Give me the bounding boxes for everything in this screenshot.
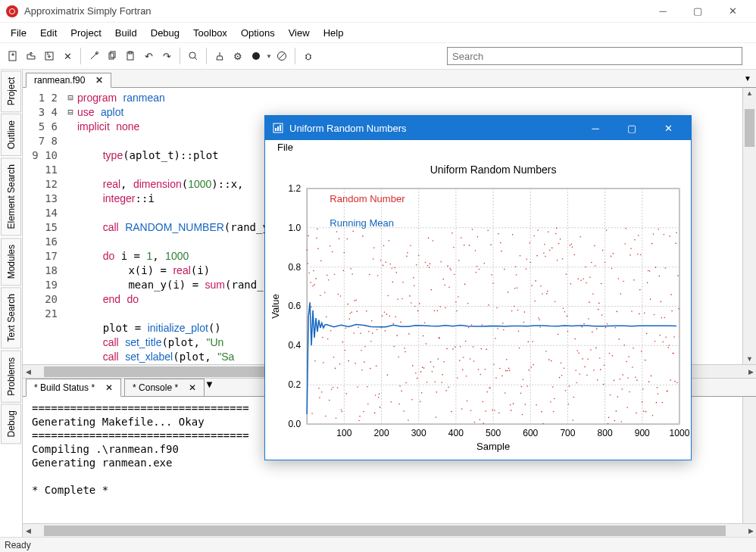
- plot-titlebar[interactable]: Uniform Random Numbers ─ ▢ ✕: [265, 116, 691, 140]
- fold-gutter[interactable]: ⊟ ⊟: [64, 88, 77, 364]
- menu-project[interactable]: Project: [64, 25, 107, 41]
- svg-point-292: [476, 272, 477, 273]
- paste-icon[interactable]: [122, 48, 139, 64]
- plot-close-button[interactable]: ✕: [653, 116, 683, 140]
- tab-build-status[interactable]: * Build Status * ✕: [26, 379, 121, 397]
- plot-maximize-button[interactable]: ▢: [617, 116, 647, 140]
- svg-point-411: [564, 311, 566, 313]
- scroll-right-icon[interactable]: ▶: [745, 365, 756, 378]
- svg-point-518: [644, 313, 645, 314]
- svg-point-335: [508, 292, 509, 293]
- find-icon[interactable]: [185, 48, 201, 64]
- svg-point-423: [573, 397, 574, 398]
- menu-build[interactable]: Build: [109, 25, 143, 41]
- svg-point-338: [510, 404, 511, 406]
- scroll-left-icon[interactable]: ◀: [23, 365, 33, 378]
- svg-point-304: [484, 369, 486, 370]
- svg-text:0.8: 0.8: [288, 262, 301, 273]
- undo-icon[interactable]: ↶: [140, 48, 157, 64]
- plot-area: Uniform Random Numbers100200300400500600…: [265, 157, 691, 460]
- console-vertical-scrollbar[interactable]: [742, 397, 756, 523]
- menu-edit[interactable]: Edit: [34, 25, 63, 41]
- scroll-down-icon[interactable]: ▼: [743, 354, 756, 364]
- svg-point-189: [398, 404, 400, 405]
- status-text: Ready: [5, 540, 31, 550]
- svg-text:0.2: 0.2: [288, 379, 301, 390]
- menu-options[interactable]: Options: [235, 25, 281, 41]
- gear-icon[interactable]: ⚙: [230, 48, 246, 64]
- menu-file[interactable]: File: [5, 25, 33, 41]
- tabs-dropdown-icon[interactable]: ▼: [744, 74, 751, 83]
- menu-toolbox[interactable]: Toolbox: [187, 25, 233, 41]
- new-file-icon[interactable]: [5, 48, 21, 64]
- svg-point-295: [478, 369, 480, 370]
- bottom-tabs-dropdown-icon[interactable]: ▼: [205, 379, 214, 396]
- svg-point-343: [514, 306, 515, 307]
- close-button[interactable]: ✕: [715, 0, 750, 23]
- redo-icon[interactable]: ↷: [158, 48, 175, 64]
- svg-point-141: [363, 411, 364, 413]
- panel-debug[interactable]: Debug: [1, 404, 21, 444]
- tab-ranmean[interactable]: ranmean.f90 ✕: [26, 73, 111, 88]
- menu-view[interactable]: View: [283, 25, 316, 41]
- svg-point-257: [449, 268, 451, 270]
- scroll-thumb[interactable]: [745, 109, 754, 147]
- panel-outline[interactable]: Outline: [1, 114, 21, 156]
- menu-help[interactable]: Help: [317, 25, 350, 41]
- search-input[interactable]: [447, 47, 742, 65]
- svg-point-299: [481, 348, 483, 350]
- minimize-button[interactable]: ─: [645, 0, 680, 23]
- bug-icon[interactable]: [300, 48, 317, 64]
- menu-debug[interactable]: Debug: [145, 25, 186, 41]
- hscroll-thumb[interactable]: [44, 366, 286, 377]
- scroll-up-icon[interactable]: ▲: [743, 88, 756, 98]
- svg-point-431: [579, 373, 580, 375]
- svg-point-120: [347, 304, 348, 305]
- svg-text:600: 600: [523, 428, 538, 438]
- svg-point-564: [678, 308, 679, 310]
- save-icon[interactable]: [41, 48, 58, 64]
- editor-vertical-scrollbar[interactable]: ▲ ▼: [742, 88, 756, 364]
- open-icon[interactable]: [23, 48, 39, 64]
- tab-close-icon[interactable]: ✕: [189, 382, 196, 393]
- panel-project[interactable]: Project: [1, 70, 21, 112]
- close-file-icon[interactable]: ✕: [59, 48, 76, 64]
- panel-element-search[interactable]: Element Search: [1, 157, 21, 235]
- svg-point-219: [421, 392, 423, 394]
- svg-point-530: [653, 233, 654, 235]
- statusbar: Ready: [0, 537, 756, 552]
- svg-point-444: [589, 301, 590, 303]
- panel-text-search[interactable]: Text Search: [1, 287, 21, 348]
- svg-point-490: [623, 281, 624, 282]
- svg-point-346: [516, 274, 517, 276]
- tab-close-icon[interactable]: ✕: [95, 75, 103, 86]
- panel-problems[interactable]: Problems: [1, 351, 21, 403]
- plot-window[interactable]: Uniform Random Numbers ─ ▢ ✕ File Unifor…: [264, 115, 692, 460]
- svg-point-372: [535, 280, 536, 282]
- plot-minimize-button[interactable]: ─: [580, 116, 611, 140]
- svg-point-237: [435, 381, 436, 382]
- svg-point-507: [636, 413, 637, 414]
- svg-point-153: [372, 332, 373, 334]
- svg-point-438: [584, 366, 586, 368]
- svg-point-403: [558, 243, 560, 245]
- tab-close-icon[interactable]: ✕: [105, 382, 113, 393]
- run-icon[interactable]: [248, 48, 264, 64]
- run-dropdown-icon[interactable]: ▼: [266, 53, 272, 60]
- wand-icon[interactable]: [86, 48, 102, 64]
- svg-point-315: [492, 282, 494, 284]
- stop-icon[interactable]: [273, 48, 290, 64]
- panel-modules[interactable]: Modules: [1, 238, 21, 285]
- maximize-button[interactable]: ▢: [680, 0, 715, 23]
- copy-icon[interactable]: [104, 48, 120, 64]
- plot-menu-file[interactable]: File: [271, 140, 299, 154]
- svg-point-287: [472, 229, 473, 230]
- broom-icon[interactable]: [211, 48, 228, 64]
- svg-point-427: [576, 382, 577, 384]
- svg-point-87: [323, 362, 324, 363]
- console-horizontal-scrollbar[interactable]: ◀ ▶: [23, 523, 756, 537]
- tab-console[interactable]: * Console * ✕: [124, 379, 205, 397]
- svg-point-353: [521, 386, 523, 388]
- svg-point-258: [450, 269, 451, 270]
- svg-point-452: [595, 265, 596, 267]
